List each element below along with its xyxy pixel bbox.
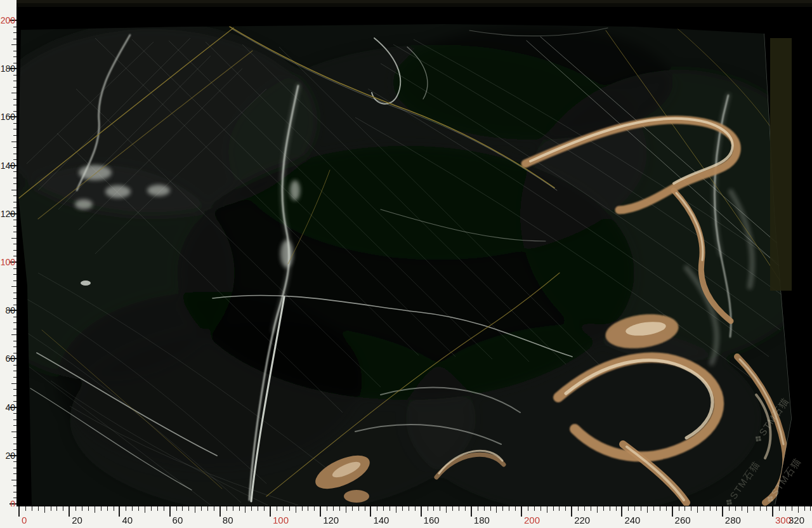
ruler-tick — [13, 280, 16, 281]
ruler-tick — [370, 506, 371, 517]
ruler-tick — [264, 506, 265, 511]
ruler-tick — [201, 506, 202, 511]
ruler-tick — [760, 506, 761, 511]
ruler-tick — [38, 506, 39, 511]
ruler-tick — [327, 506, 327, 511]
ruler-tick — [44, 506, 45, 513]
ruler-tick — [11, 432, 16, 432]
ruler-tick — [742, 506, 742, 511]
ruler-label: 0 — [22, 515, 27, 525]
ruler-tick — [684, 506, 685, 511]
ruler-tick — [13, 461, 16, 462]
ruler-tick — [214, 506, 214, 511]
ruler-tick — [32, 506, 32, 511]
ruler-tick — [63, 506, 63, 511]
ruler-label: 200 — [1, 16, 15, 25]
ruler-tick — [11, 44, 16, 45]
ruler-tick — [13, 195, 16, 196]
ruler-tick — [471, 506, 472, 517]
ruler-tick — [634, 506, 635, 511]
ruler-tick — [666, 506, 667, 511]
ruler-tick — [528, 506, 528, 511]
ruler-tick — [88, 506, 89, 511]
ruler-tick — [13, 437, 16, 438]
ruler-label: 60 — [5, 354, 15, 363]
ruler-tick — [13, 293, 16, 293]
ruler-tick — [628, 506, 629, 511]
ruler-tick — [591, 506, 591, 511]
ruler-label: 320 — [789, 515, 804, 525]
ruler-tick — [13, 322, 16, 323]
ruler-label: 40 — [5, 403, 15, 412]
ruler-label: 200 — [524, 515, 540, 525]
ruler-tick — [13, 346, 16, 347]
ruler-tick — [13, 154, 16, 154]
ruler-tick — [182, 506, 183, 511]
ruler-tick — [798, 506, 799, 513]
ruler-tick — [13, 56, 16, 57]
ruler-tick — [13, 178, 16, 178]
ruler-tick — [559, 506, 560, 511]
ruler-tick — [195, 506, 195, 513]
ruler-tick — [13, 105, 16, 105]
ruler-tick — [126, 506, 126, 511]
ruler-tick — [735, 506, 736, 511]
ruler-tick — [621, 506, 622, 517]
ruler-tick — [465, 506, 466, 511]
ruler-label: 20 — [5, 451, 15, 460]
ruler-tick — [13, 485, 16, 486]
ruler-tick — [383, 506, 384, 511]
ruler-tick — [13, 317, 16, 317]
ruler-tick — [13, 129, 16, 129]
ruler-tick — [641, 506, 641, 511]
ruler-tick — [716, 506, 717, 511]
ruler-tick — [13, 27, 16, 27]
ruler-tick — [207, 506, 208, 511]
ruler-tick — [578, 506, 579, 511]
ruler-tick — [239, 506, 240, 511]
ruler-tick — [459, 506, 459, 511]
ruler-tick — [13, 202, 16, 202]
ruler-tick — [233, 506, 233, 511]
ruler-tick — [772, 506, 773, 517]
ruler-tick — [226, 506, 227, 511]
ruler-label: 140 — [1, 161, 15, 170]
ruler-tick — [722, 506, 723, 517]
ruler-tick — [75, 506, 76, 511]
ruler-tick — [610, 506, 610, 511]
ruler-label: 280 — [725, 515, 741, 525]
ruler-tick — [270, 506, 271, 517]
ruler-label: 260 — [675, 515, 691, 525]
ruler-tick — [534, 506, 535, 511]
ruler-tick — [188, 506, 189, 511]
ruler-tick — [11, 383, 16, 384]
ruler-tick — [565, 506, 566, 511]
ruler-tick — [11, 142, 16, 142]
ruler-tick — [697, 506, 698, 513]
ruler-label: 60 — [173, 515, 183, 525]
ruler-tick — [13, 123, 16, 124]
ruler-tick — [484, 506, 485, 511]
ruler-label: 80 — [223, 515, 233, 525]
ruler-tick — [660, 506, 660, 511]
ruler-tick — [421, 506, 422, 517]
ruler-tick — [251, 506, 252, 511]
ruler-tick — [729, 506, 730, 511]
ruler-label: 160 — [424, 515, 440, 525]
ruler-tick — [11, 93, 16, 93]
ruler-tick — [169, 506, 171, 517]
ruler-tick — [13, 274, 16, 275]
ruler-tick — [509, 506, 509, 511]
ruler-tick — [320, 506, 321, 517]
ruler-tick — [107, 506, 108, 511]
ruler-tick — [13, 81, 16, 81]
ruler-tick — [603, 506, 604, 511]
ruler-tick — [164, 506, 164, 511]
ruler-tick — [114, 506, 114, 511]
ruler-tick — [521, 506, 522, 517]
ruler-tick — [779, 506, 780, 511]
ruler-label: 100 — [273, 515, 289, 525]
ruler-tick — [95, 506, 95, 513]
ruler-tick — [13, 220, 16, 220]
ruler-tick — [710, 506, 710, 511]
